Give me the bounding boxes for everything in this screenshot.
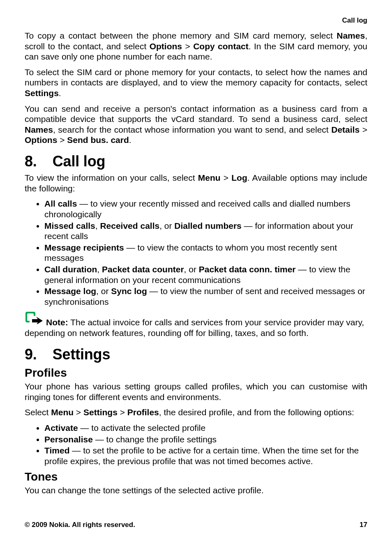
note-label: Note: — [46, 318, 68, 327]
text: . — [59, 88, 61, 98]
bold-details: Details — [331, 125, 360, 134]
section-title: Settings — [53, 346, 110, 363]
bold-term: Packet data conn. timer — [199, 265, 296, 274]
bold-names: Names — [337, 31, 365, 40]
bold-profiles: Profiles — [127, 407, 159, 417]
section-8-lead: To view the information on your calls, s… — [25, 173, 367, 193]
text: To view the information on your calls, s… — [25, 173, 198, 182]
bold-send-bus-card: Send bus. card — [67, 135, 129, 145]
text: , or — [96, 286, 111, 296]
bold-term: Message log — [44, 286, 96, 296]
bold-term: Activate — [44, 423, 78, 433]
list-item: Missed calls, Received calls, or Dialled… — [44, 221, 367, 242]
section-8-list: All calls — to view your recently missed… — [25, 198, 367, 307]
text: , search for the contact whose informati… — [53, 125, 331, 134]
profiles-heading: Profiles — [25, 366, 367, 380]
list-item: Call duration, Packet data counter, or P… — [44, 264, 367, 285]
tones-heading: Tones — [25, 470, 367, 483]
bold-options: Options — [150, 41, 182, 51]
profiles-paragraph-2: Select Menu > Settings > Profiles, the d… — [25, 407, 367, 418]
section-number: 9. — [25, 346, 48, 363]
breadcrumb-separator: > — [118, 407, 127, 417]
page-header-section: Call log — [25, 16, 367, 25]
text: , or — [184, 265, 199, 274]
text: To copy a contact between the phone memo… — [25, 31, 337, 40]
text: Select — [25, 407, 51, 417]
breadcrumb-separator: > — [221, 173, 232, 182]
list-item: Personalise — to change the profile sett… — [44, 434, 367, 445]
bold-term: Message recipients — [44, 243, 124, 252]
section-8-heading: 8. Call log — [25, 153, 367, 170]
list-item: Activate — to activate the selected prof… — [44, 423, 367, 433]
bold-menu: Menu — [51, 407, 74, 417]
bold-settings: Settings — [83, 407, 118, 417]
breadcrumb-separator: > — [182, 41, 193, 51]
text: — to view your recently missed and recei… — [44, 199, 350, 219]
copyright-text: © 2009 Nokia. All rights reserved. — [25, 521, 135, 529]
text: To select the SIM card or phone memory f… — [25, 67, 367, 87]
list-item: Timed — to set the profile to be active … — [44, 445, 367, 466]
text: — to set the profile to be active for a … — [44, 446, 359, 466]
bold-term: Received calls — [100, 221, 159, 230]
bold-options: Options — [25, 135, 57, 145]
breadcrumb-separator: > — [57, 135, 67, 145]
list-item: All calls — to view your recently missed… — [44, 198, 367, 219]
text: , the desired profile, and from the foll… — [159, 407, 354, 417]
breadcrumb-separator: > — [74, 407, 83, 417]
text: , — [95, 221, 100, 230]
list-item: Message recipients — to view the contact… — [44, 242, 367, 263]
note-arrow-icon — [25, 311, 44, 327]
text: — to change the profile settings — [93, 435, 217, 444]
breadcrumb-separator: > — [360, 125, 367, 134]
bold-term: All calls — [44, 199, 77, 208]
bold-menu: Menu — [198, 173, 221, 182]
list-item: Message log, or Sync log — to view the n… — [44, 286, 367, 307]
bold-settings: Settings — [25, 88, 59, 98]
profiles-paragraph-1: Your phone has various setting groups ca… — [25, 381, 367, 402]
section-9-heading: 9. Settings — [25, 346, 367, 363]
intro-paragraph-1: To copy a contact between the phone memo… — [25, 30, 367, 62]
tones-paragraph-1: You can change the tone settings of the … — [25, 485, 367, 496]
bold-term: Missed calls — [44, 221, 95, 230]
page-footer: © 2009 Nokia. All rights reserved. 17 — [25, 521, 367, 529]
bold-log: Log — [231, 173, 247, 182]
text: — to activate the selected profile — [78, 423, 206, 433]
intro-paragraph-3: You can send and receive a person's cont… — [25, 104, 367, 145]
section-number: 8. — [25, 153, 48, 170]
intro-paragraph-2: To select the SIM card or phone memory f… — [25, 67, 367, 99]
text: , — [97, 265, 102, 274]
bold-copy-contact: Copy contact — [193, 41, 249, 51]
profiles-list: Activate — to activate the selected prof… — [25, 423, 367, 466]
note-block: Note: The actual invoice for calls and s… — [25, 311, 367, 338]
note-text: The actual invoice for calls and service… — [25, 318, 364, 338]
text: You can send and receive a person's cont… — [25, 104, 367, 124]
text: , or — [159, 221, 174, 230]
bold-term: Sync log — [111, 286, 147, 296]
bold-names: Names — [25, 125, 53, 134]
section-title: Call log — [53, 153, 105, 170]
text: . — [129, 135, 131, 145]
bold-term: Packet data counter — [102, 265, 184, 274]
bold-term: Dialled numbers — [174, 221, 241, 230]
bold-term: Timed — [44, 446, 69, 455]
page-number: 17 — [360, 521, 367, 529]
bold-term: Call duration — [44, 265, 97, 274]
bold-term: Personalise — [44, 435, 93, 444]
